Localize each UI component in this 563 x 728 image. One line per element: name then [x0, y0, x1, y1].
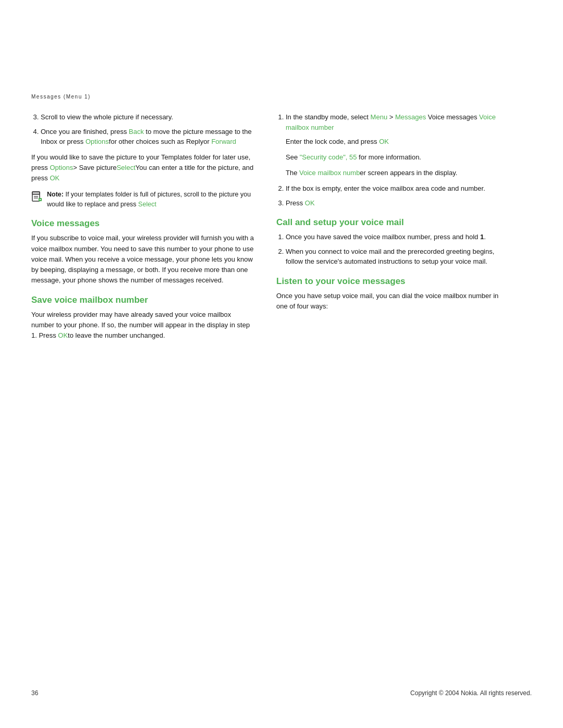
- save-voicemail-body: Your wireless provider may have already …: [31, 310, 255, 341]
- step4-text: Once you are finished, press Back to mov…: [41, 128, 252, 146]
- steps-list: Scroll to view the whole picture if nece…: [31, 112, 255, 147]
- call-step2: When you connect to voice mail and the p…: [286, 248, 494, 266]
- sub-item-security: See "Security code", 55 for more informa…: [286, 152, 500, 163]
- page-number: 36: [31, 689, 38, 697]
- copyright: Copyright © 2004 Nokia. All rights reser…: [410, 689, 532, 697]
- ok-link2: OK: [58, 331, 68, 339]
- menu-link: Menu: [371, 113, 388, 121]
- page: Messages (Menu 1) Scroll to view the who…: [0, 0, 563, 728]
- step3-text: Scroll to view the whole picture if nece…: [41, 113, 173, 121]
- list-item: Press OK: [286, 198, 500, 208]
- options-link: Options: [85, 138, 109, 145]
- forward-link: Forward: [211, 138, 236, 145]
- list-item: If the box is empty, enter the voice mai…: [286, 183, 500, 194]
- two-col-layout: Scroll to view the whole picture if nece…: [31, 112, 532, 347]
- voice-messages-heading: Voice messages: [31, 218, 255, 229]
- list-item: In the standby mode, select Menu > Messa…: [286, 112, 500, 178]
- call-step1: Once you have saved the voice mailbox nu…: [286, 233, 486, 241]
- list-item: Scroll to view the whole picture if nece…: [41, 112, 255, 122]
- call-setup-heading: Call and setup your voice mail: [276, 217, 500, 228]
- back-link: Back: [129, 128, 144, 135]
- list-item: Once you are finished, press Back to mov…: [41, 127, 255, 147]
- listen-heading: Listen to your voice messages: [276, 276, 500, 287]
- left-column: Scroll to view the whole picture if nece…: [31, 112, 255, 347]
- sub-item-lock: Enter the lock code, and press OK: [286, 137, 500, 147]
- save-picture-para: If you would like to save the picture to…: [31, 152, 255, 183]
- security-code-link: "Security code", 55: [300, 153, 357, 161]
- note-select-link: Select: [138, 201, 156, 208]
- messages-link: Messages: [395, 113, 426, 121]
- voicemail-num-link: Voice mailbox number: [286, 113, 496, 131]
- listen-body: Once you have setup voice mail, you can …: [276, 291, 500, 312]
- bold-1: 1: [480, 233, 484, 241]
- sub-item-voicemail-screen: The Voice mailbox number screen appears …: [286, 168, 500, 178]
- ok-link3: OK: [379, 138, 389, 145]
- breadcrumb: Messages (Menu 1): [31, 94, 532, 100]
- step2-text: If the box is empty, enter the voice mai…: [286, 184, 485, 192]
- list-item: When you connect to voice mail and the p…: [286, 246, 500, 267]
- reply-text: Reply: [186, 138, 203, 145]
- voicemail-num-link2: Voice mailbox numb: [299, 169, 360, 177]
- svg-marker-5: [40, 199, 41, 200]
- footer: 36 Copyright © 2004 Nokia. All rights re…: [31, 689, 532, 697]
- note-icon: [31, 191, 43, 202]
- note-label: Note:: [47, 191, 64, 198]
- ok-link: OK: [50, 174, 59, 182]
- note-box: Note: If your templates folder is full o…: [31, 190, 255, 209]
- right-column: In the standby mode, select Menu > Messa…: [276, 112, 500, 347]
- svg-rect-1: [32, 192, 40, 194]
- right-steps-list: In the standby mode, select Menu > Messa…: [276, 112, 500, 208]
- ok-link4: OK: [305, 199, 315, 207]
- options-link2: Options: [50, 164, 73, 171]
- list-item: Once you have saved the voice mailbox nu…: [286, 232, 500, 242]
- select-link: Select: [117, 164, 136, 171]
- save-voicemail-heading: Save voice mailbox number: [31, 295, 255, 305]
- call-setup-steps: Once you have saved the voice mailbox nu…: [276, 232, 500, 267]
- step1-text: In the standby mode, select Menu > Messa…: [286, 113, 496, 131]
- step3-text: Press OK: [286, 199, 315, 207]
- voice-messages-body: If you subscribe to voice mail, your wir…: [31, 233, 255, 286]
- note-content: Note: If your templates folder is full o…: [47, 190, 255, 209]
